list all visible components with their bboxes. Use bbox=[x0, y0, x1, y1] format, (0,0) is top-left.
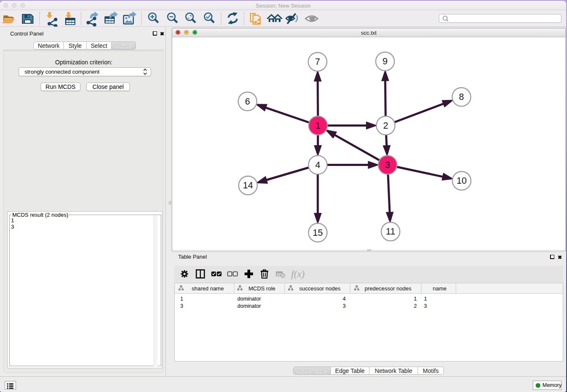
svg-text:3: 3 bbox=[385, 160, 390, 170]
svg-text:1: 1 bbox=[316, 121, 321, 131]
svg-text:shared name: shared name bbox=[192, 285, 224, 292]
svg-text:6: 6 bbox=[245, 97, 250, 107]
svg-text:4: 4 bbox=[315, 160, 320, 170]
svg-text:7: 7 bbox=[315, 57, 320, 67]
svg-text:10: 10 bbox=[457, 176, 467, 186]
svg-text:MCDS role: MCDS role bbox=[248, 285, 275, 292]
svg-text:14: 14 bbox=[243, 180, 253, 190]
svg-text:predecessor nodes: predecessor nodes bbox=[365, 285, 412, 292]
svg-text:11: 11 bbox=[386, 226, 395, 237]
svg-text:name: name bbox=[433, 285, 447, 292]
svg-text:9: 9 bbox=[383, 56, 388, 66]
svg-text:2: 2 bbox=[383, 121, 388, 131]
svg-text:8: 8 bbox=[459, 92, 464, 102]
svg-text:successor nodes: successor nodes bbox=[299, 285, 341, 292]
svg-text:f(x): f(x) bbox=[291, 269, 305, 279]
svg-text:15: 15 bbox=[313, 228, 323, 238]
